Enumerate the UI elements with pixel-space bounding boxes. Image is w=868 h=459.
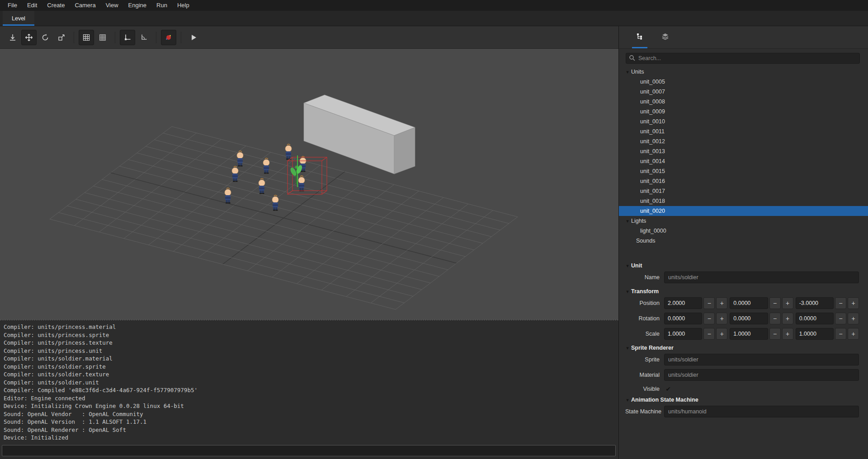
search-input[interactable]: [626, 53, 860, 64]
name-label: Name: [625, 274, 660, 281]
grid-size-button[interactable]: [95, 30, 110, 45]
tree-item-unit-0016[interactable]: unit_0016: [619, 176, 868, 186]
tab-layers[interactable]: [656, 26, 674, 48]
tree-item-light-0000[interactable]: light_0000: [619, 226, 868, 236]
expander-icon[interactable]: ▾: [624, 397, 631, 403]
search-icon: [629, 55, 636, 63]
rotation-y-increment-button[interactable]: +: [782, 313, 793, 324]
position-y-increment-button[interactable]: +: [782, 297, 793, 309]
tree-item-unit-0011[interactable]: unit_0011: [619, 126, 868, 136]
scale-y-value[interactable]: 1.0000: [730, 328, 768, 340]
section-transform[interactable]: ▾ Transform: [619, 287, 868, 296]
expander-icon[interactable]: ▾: [624, 263, 631, 269]
rotation-y-value[interactable]: 0.0000: [730, 313, 768, 324]
scale-label: Scale: [625, 331, 660, 337]
rotation-y-decrement-button[interactable]: −: [769, 313, 781, 324]
rotation-snap-size-button[interactable]: [136, 30, 151, 45]
name-field[interactable]: [664, 272, 859, 283]
expander-icon[interactable]: ▾: [624, 216, 631, 226]
state-machine-field[interactable]: [664, 406, 859, 417]
tree-item-unit-0014[interactable]: unit_0014: [619, 156, 868, 166]
menu-help[interactable]: Help: [172, 0, 194, 11]
expander-icon[interactable]: ▾: [624, 345, 631, 351]
scale-z-value[interactable]: 1.0000: [796, 328, 834, 340]
tree-item-unit-0008[interactable]: unit_0008: [619, 97, 868, 107]
position-x-value[interactable]: 2.0000: [664, 297, 702, 309]
tree-group-units[interactable]: ▾ Units: [619, 67, 868, 77]
scale-z-increment-button[interactable]: +: [848, 328, 859, 340]
tree-item-unit-0005[interactable]: unit_0005: [619, 77, 868, 87]
menu-view[interactable]: View: [101, 0, 123, 11]
scale-tool-icon: [57, 33, 66, 42]
position-z-increment-button[interactable]: +: [848, 297, 859, 309]
expander-icon[interactable]: ▾: [624, 67, 631, 77]
position-y-value[interactable]: 0.0000: [730, 297, 768, 309]
scale-x-value[interactable]: 1.0000: [664, 328, 702, 340]
tree-item-unit-0012[interactable]: unit_0012: [619, 136, 868, 146]
section-unit[interactable]: ▾ Unit: [619, 261, 868, 270]
menu-edit[interactable]: Edit: [22, 0, 42, 11]
scale-tool-button[interactable]: [54, 30, 69, 45]
menu-create[interactable]: Create: [42, 0, 70, 11]
position-z-value[interactable]: -3.0000: [796, 297, 834, 309]
tree-item-unit-0009[interactable]: unit_0009: [619, 107, 868, 117]
console-line: Compiler: Compiled 'e88c3f6d-c3d4-4a67-9…: [4, 386, 615, 394]
rotate-tool-button[interactable]: [38, 30, 53, 45]
rotation-z-increment-button[interactable]: +: [848, 313, 859, 324]
expander-icon[interactable]: ▾: [624, 289, 631, 295]
tree-item-unit-0007[interactable]: unit_0007: [619, 87, 868, 97]
console-line: Compiler: units/princess.unit: [4, 347, 615, 355]
tree-group-label: Units: [631, 69, 644, 75]
section-sprite-renderer[interactable]: ▾ Sprite Renderer: [619, 343, 868, 352]
name-row: Name: [625, 272, 859, 283]
tree-item-unit-0010[interactable]: unit_0010: [619, 117, 868, 126]
move-tool-button[interactable]: [21, 30, 37, 45]
tree-item-unit-0015[interactable]: unit_0015: [619, 166, 868, 176]
rotation-z-value[interactable]: 0.0000: [796, 313, 834, 324]
workspace: Compiler: units/princess.material Compil…: [0, 26, 618, 459]
sprite-field[interactable]: [664, 354, 859, 365]
console-line: Compiler: units/princess.material: [4, 323, 615, 331]
tree-group-sounds[interactable]: Sounds: [619, 236, 868, 246]
material-field[interactable]: [664, 369, 859, 381]
position-z-decrement-button[interactable]: −: [835, 297, 846, 309]
box-mesh: [304, 95, 415, 174]
console-line: Device: Initializing Crown Engine 0.0.28…: [4, 402, 615, 410]
grid-lines: [50, 126, 518, 309]
tree-item-unit-0017[interactable]: unit_0017: [619, 186, 868, 196]
scale-x-increment-button[interactable]: +: [716, 328, 727, 340]
viewport-3d[interactable]: [0, 49, 618, 320]
position-x-increment-button[interactable]: +: [716, 297, 727, 309]
tree-item-unit-0018[interactable]: unit_0018: [619, 196, 868, 206]
tree-item-unit-0013[interactable]: unit_0013: [619, 146, 868, 156]
console-line: Sound: OpenAL Version : 1.1 ALSOFT 1.17.…: [4, 418, 615, 426]
rotation-x-value[interactable]: 0.0000: [664, 313, 702, 324]
sprite-row: Sprite: [625, 354, 859, 365]
place-tool-button[interactable]: [5, 30, 20, 45]
menu-run[interactable]: Run: [151, 0, 172, 11]
layers-icon: [661, 33, 669, 42]
debug-render-button[interactable]: [161, 30, 176, 45]
rotation-snap-button[interactable]: [120, 30, 135, 45]
scale-x-decrement-button[interactable]: −: [703, 328, 715, 340]
menu-camera[interactable]: Camera: [70, 0, 100, 11]
visible-checkbox[interactable]: ✔: [664, 385, 672, 393]
scale-y-increment-button[interactable]: +: [782, 328, 793, 340]
rotation-z-decrement-button[interactable]: −: [835, 313, 846, 324]
rotation-x-decrement-button[interactable]: −: [703, 313, 715, 324]
menu-engine[interactable]: Engine: [123, 0, 151, 11]
tab-level[interactable]: Level: [3, 11, 34, 26]
tree-item-unit-0020-selected[interactable]: unit_0020: [619, 206, 868, 216]
section-animation-state-machine[interactable]: ▾ Animation State Machine: [619, 395, 868, 404]
position-x-decrement-button[interactable]: −: [703, 297, 715, 309]
console-input[interactable]: [2, 445, 616, 456]
menu-file[interactable]: File: [3, 0, 22, 11]
tree-group-lights[interactable]: ▾ Lights: [619, 216, 868, 226]
run-game-button[interactable]: [186, 30, 201, 45]
position-y-decrement-button[interactable]: −: [769, 297, 781, 309]
snap-to-grid-button[interactable]: [79, 30, 94, 45]
tab-outliner[interactable]: [631, 26, 649, 48]
scale-y-decrement-button[interactable]: −: [769, 328, 781, 340]
scale-z-decrement-button[interactable]: −: [835, 328, 846, 340]
rotation-x-increment-button[interactable]: +: [716, 313, 727, 324]
